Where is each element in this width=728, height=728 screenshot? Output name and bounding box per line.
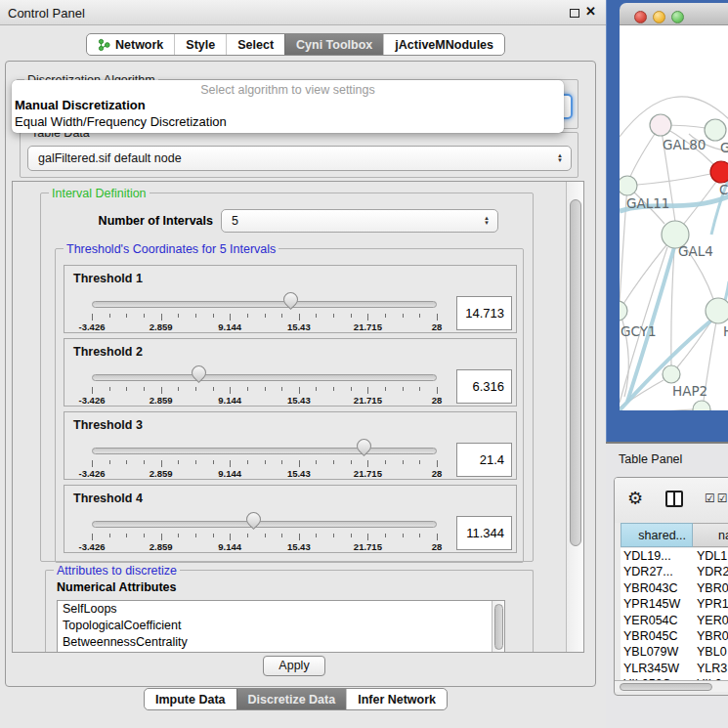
table-row[interactable]: YLR345WYLR3 <box>621 661 728 676</box>
attributes-groupbox: Attributes to discretize Numerical Attri… <box>45 570 534 653</box>
table-row[interactable]: YPR145WYPR1 <box>621 596 728 612</box>
cell-shared-name: YBR045C <box>623 628 678 644</box>
slider-tick <box>299 460 300 467</box>
attribute-list-item[interactable]: TopologicalCoefficient <box>58 618 504 634</box>
network-node[interactable] <box>620 176 637 195</box>
slider-tick <box>247 534 248 537</box>
tab-select[interactable]: Select <box>226 34 284 55</box>
slider-tick <box>161 387 162 394</box>
control-panel-window: Control Panel ✕ NetworkStyleSelectCyni T… <box>0 0 606 728</box>
slider-tick <box>316 460 317 464</box>
number-of-intervals-combobox[interactable]: 5 ▲▼ <box>221 209 498 233</box>
slider-scale-label: -3.426 <box>63 321 121 332</box>
tab-infer-network[interactable]: Infer Network <box>346 689 447 709</box>
algorithm-option[interactable]: Equal Width/Frequency Discretization <box>12 113 564 130</box>
slider-scale-label: 2.859 <box>132 395 191 406</box>
table-row[interactable]: YER054CYER0 <box>621 613 728 628</box>
tab-label: Network <box>115 38 163 52</box>
tab-impute-data[interactable]: Impute Data <box>145 689 236 709</box>
network-node[interactable] <box>693 401 710 410</box>
slider-track[interactable] <box>92 301 437 308</box>
attributes-scrollbar[interactable] <box>492 601 504 653</box>
slider-tick <box>109 460 110 464</box>
control-panel-tabs: NetworkStyleSelectCyni ToolboxjActiveMNo… <box>86 33 505 56</box>
slider-tick <box>281 460 282 464</box>
attributes-scrollbar-thumb[interactable] <box>494 604 503 650</box>
column-header-shared-name[interactable]: shared... <box>621 523 693 547</box>
table-row[interactable]: YBL079WYBL0 <box>621 644 728 660</box>
network-node[interactable] <box>620 301 627 321</box>
slider-track[interactable] <box>92 374 437 381</box>
table-header: shared... na <box>615 523 728 548</box>
combo-arrows-icon: ▲▼ <box>557 153 563 163</box>
threshold-value-field[interactable]: 6.316 <box>456 369 512 404</box>
threshold-panel: Threshold 1-3.4262.8599.14415.4321.71528… <box>64 265 517 333</box>
slider-tick <box>144 534 145 537</box>
slider-tick <box>437 534 438 540</box>
table-data-combobox[interactable]: galFiltered.sif default node ▲▼ <box>27 146 572 171</box>
slider-track[interactable] <box>92 521 437 528</box>
threshold-value-field[interactable]: 21.4 <box>456 443 512 477</box>
attribute-list-item[interactable]: BetweennessCentrality <box>58 634 504 651</box>
float-window-icon[interactable] <box>570 9 579 18</box>
slider-scale-label: 2.859 <box>132 321 191 332</box>
table-rows: YDL19...YDL1YDR27...YDR2YBR043CYBR0YPR14… <box>621 548 728 680</box>
tab-discretize-data[interactable]: Discretize Data <box>236 689 347 709</box>
tab-network[interactable]: Network <box>87 34 174 55</box>
network-window-titlebar[interactable] <box>620 3 728 25</box>
tab-cyni-toolbox[interactable]: Cyni Toolbox <box>284 34 383 55</box>
algorithm-option[interactable]: Manual Discretization <box>12 97 564 113</box>
apply-button[interactable]: Apply <box>263 656 325 676</box>
zoom-traffic-light-icon[interactable] <box>671 11 684 23</box>
slider-scale-label: 15.43 <box>270 468 328 479</box>
tab-label: Infer Network <box>358 693 436 707</box>
algorithm-dropdown-popup: Select algorithm to view settings Manual… <box>12 80 564 133</box>
slider-tick <box>265 314 266 318</box>
threshold-value-field[interactable]: 11.344 <box>456 516 512 550</box>
slider-tick <box>403 387 404 391</box>
slider-tick <box>230 314 231 321</box>
table-row[interactable]: YBR045CYBR0 <box>621 628 728 644</box>
table-row[interactable]: YDL19...YDL1 <box>621 548 728 564</box>
threshold-panel: Threshold 4-3.4262.8599.14415.4321.71528… <box>64 485 517 553</box>
network-node[interactable] <box>705 119 726 141</box>
slider-track[interactable] <box>92 448 437 454</box>
tab-jactivemnodules[interactable]: jActiveMNodules <box>383 34 504 55</box>
threshold-value-field[interactable]: 14.713 <box>456 296 512 330</box>
slider-tick <box>299 387 300 394</box>
select-columns-checkboxes-icon[interactable]: ☑☑ <box>705 492 728 505</box>
table-row[interactable]: YBR043CYBR0 <box>621 580 728 596</box>
gear-icon[interactable]: ⚙ <box>627 488 643 509</box>
slider-scale-label: 15.43 <box>270 395 328 406</box>
slider-tick <box>419 534 420 537</box>
close-traffic-light-icon[interactable] <box>634 11 647 23</box>
network-node[interactable] <box>706 298 728 323</box>
attribute-list-item[interactable]: SelfLoops <box>58 601 504 618</box>
settings-scrollbar[interactable] <box>566 182 583 653</box>
threshold-label: Threshold 1 <box>73 272 143 285</box>
network-edge[interactable] <box>620 409 694 410</box>
columns-icon[interactable] <box>665 491 683 507</box>
tab-label: Impute Data <box>155 693 226 707</box>
table-row[interactable]: YDR27...YDR2 <box>621 564 728 579</box>
algorithm-prompt-item[interactable]: Select algorithm to view settings <box>12 80 564 97</box>
table-horizontal-scrollbar[interactable] <box>615 680 728 692</box>
thresholds-body: Threshold 1-3.4262.8599.14415.4321.71528… <box>56 265 525 558</box>
table-hscrollbar-thumb[interactable] <box>620 683 712 691</box>
settings-scrollbar-thumb[interactable] <box>570 199 581 546</box>
slider-tick <box>230 387 231 394</box>
column-header-name[interactable]: na <box>693 523 728 547</box>
tab-style[interactable]: Style <box>174 34 226 55</box>
network-node[interactable] <box>650 114 671 136</box>
close-icon[interactable]: ✕ <box>585 4 596 19</box>
network-node[interactable] <box>663 365 680 383</box>
minimize-traffic-light-icon[interactable] <box>653 11 665 23</box>
slider-tick <box>92 534 93 540</box>
cell-shared-name: YER054C <box>623 613 678 628</box>
slider-tick <box>419 314 420 318</box>
slider-tick <box>437 314 438 321</box>
slider-scale-label: -3.426 <box>63 395 121 406</box>
network-node[interactable] <box>710 161 728 183</box>
network-canvas[interactable]: GAL80GCGAL11GAL4GCY1HHAP2 <box>620 25 728 410</box>
network-node-label: GCY1 <box>621 323 657 339</box>
